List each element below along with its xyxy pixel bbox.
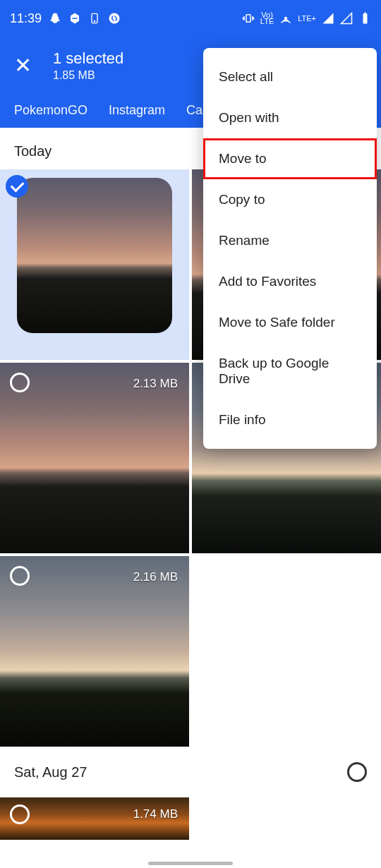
svg-rect-7 xyxy=(364,13,366,14)
menu-backup[interactable]: Back up to Google Drive xyxy=(203,343,377,399)
tab-instagram[interactable]: Instagram xyxy=(109,103,165,118)
svg-point-2 xyxy=(94,20,95,21)
svg-rect-6 xyxy=(363,13,367,23)
hotspot-icon xyxy=(279,12,292,25)
section-header-sat: Sat, Aug 27 xyxy=(0,747,381,797)
select-ring-icon[interactable] xyxy=(10,373,30,392)
photo-size: 1.74 MB xyxy=(133,807,178,821)
selection-count: 1 selected xyxy=(53,49,123,68)
menu-file-info[interactable]: File info xyxy=(203,399,377,440)
select-all-ring-icon[interactable] xyxy=(347,762,367,782)
select-ring-icon[interactable] xyxy=(10,804,30,824)
photo-thumbnail xyxy=(17,178,172,333)
menu-rename[interactable]: Rename xyxy=(203,220,377,261)
photo-item-empty xyxy=(192,556,381,747)
select-ring-icon[interactable] xyxy=(10,566,30,586)
tab-pokemongo[interactable]: PokemonGO xyxy=(14,103,87,118)
svg-rect-4 xyxy=(246,15,250,23)
menu-move-to[interactable]: Move to xyxy=(203,138,377,179)
svg-rect-0 xyxy=(72,18,78,19)
photo-size: 2.16 MB xyxy=(133,570,178,584)
clock: 11:39 xyxy=(10,11,42,26)
lte-label: LTE+ xyxy=(298,16,316,22)
close-icon[interactable]: ✕ xyxy=(14,55,32,76)
shazam-icon xyxy=(108,12,121,25)
svg-point-3 xyxy=(109,13,120,24)
menu-copy-to[interactable]: Copy to xyxy=(203,179,377,220)
overflow-menu: Select all Open with Move to Copy to Ren… xyxy=(203,48,377,449)
battery-icon xyxy=(358,12,371,25)
hexagon-icon xyxy=(68,12,81,25)
signal-2-icon xyxy=(340,12,353,25)
nav-handle[interactable] xyxy=(148,862,233,865)
snapchat-icon xyxy=(49,12,61,25)
photo-item[interactable]: 1.74 MB xyxy=(0,797,189,840)
menu-favorites[interactable]: Add to Favorites xyxy=(203,261,377,302)
photo-item[interactable]: 2.16 MB xyxy=(0,556,189,747)
photo-item-empty xyxy=(192,797,381,840)
vibrate-icon xyxy=(242,12,255,25)
phone-notif-icon xyxy=(88,12,101,25)
selection-size: 1.85 MB xyxy=(53,69,123,82)
signal-1-icon xyxy=(322,12,334,25)
menu-open-with[interactable]: Open with xyxy=(203,97,377,138)
menu-select-all[interactable]: Select all xyxy=(203,56,377,97)
photo-grid-2: 1.74 MB xyxy=(0,797,381,840)
status-bar: 11:39 Vo) LTE LTE+ xyxy=(0,0,381,37)
svg-point-5 xyxy=(285,18,287,20)
volte-icon: Vo) LTE xyxy=(260,12,274,25)
section-date: Sat, Aug 27 xyxy=(14,764,87,780)
photo-size: 2.13 MB xyxy=(133,377,178,391)
photo-item-selected[interactable] xyxy=(0,169,189,360)
menu-safe-folder[interactable]: Move to Safe folder xyxy=(203,302,377,343)
check-icon xyxy=(6,175,28,198)
photo-item[interactable]: 2.13 MB xyxy=(0,363,189,553)
